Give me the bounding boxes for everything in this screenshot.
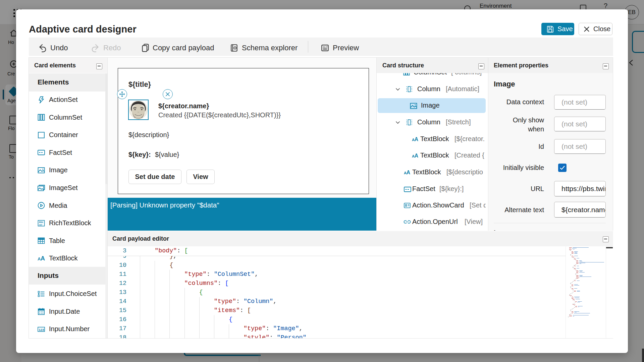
svg-text:A: A (407, 170, 410, 175)
svg-text:A: A (415, 153, 418, 159)
svg-text:A: A (41, 255, 45, 262)
svg-text:A: A (415, 136, 418, 142)
svg-text:def: def (39, 224, 42, 226)
svg-text:Abc: Abc (39, 221, 43, 223)
svg-text:123: 123 (39, 328, 44, 331)
